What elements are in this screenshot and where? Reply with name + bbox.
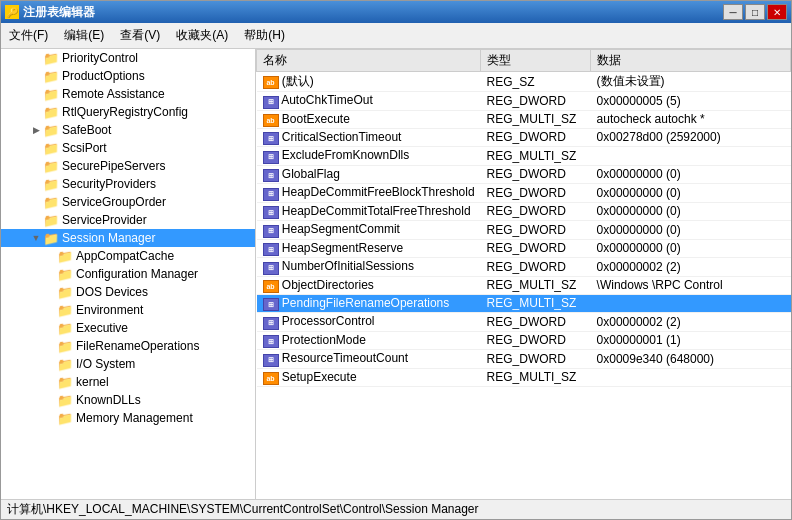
tree-item-10[interactable]: ▼📁Session Manager: [1, 229, 255, 247]
cell-type-11: REG_MULTI_SZ: [481, 276, 591, 294]
tree-item-15[interactable]: 📁Executive: [1, 319, 255, 337]
tree-label-0: PriorityControl: [62, 51, 138, 65]
folder-icon-16: 📁: [57, 339, 73, 354]
col-type[interactable]: 类型: [481, 50, 591, 72]
tree-item-8[interactable]: 📁ServiceGroupOrder: [1, 193, 255, 211]
reg-icon-4: ⊞: [263, 151, 279, 164]
cell-type-6: REG_DWORD: [481, 184, 591, 203]
table-row-12[interactable]: ⊞ PendingFileRenameOperationsREG_MULTI_S…: [257, 294, 791, 313]
maximize-button[interactable]: □: [745, 4, 765, 20]
table-row-2[interactable]: ab BootExecuteREG_MULTI_SZautocheck auto…: [257, 110, 791, 128]
registry-pane[interactable]: 名称 类型 数据 ab (默认)REG_SZ(数值未设置)⊞ AutoChkTi…: [256, 49, 791, 499]
cell-data-6: 0x00000000 (0): [591, 184, 791, 203]
reg-icon-15: ⊞: [263, 354, 279, 367]
expand-btn-4[interactable]: ▶: [29, 121, 43, 139]
cell-data-8: 0x00000000 (0): [591, 221, 791, 240]
table-row-14[interactable]: ⊞ ProtectionModeREG_DWORD0x00000001 (1): [257, 331, 791, 350]
col-data[interactable]: 数据: [591, 50, 791, 72]
tree-item-12[interactable]: 📁Configuration Manager: [1, 265, 255, 283]
tree-item-1[interactable]: 📁ProductOptions: [1, 67, 255, 85]
reg-icon-9: ⊞: [263, 243, 279, 256]
cell-data-9: 0x00000000 (0): [591, 239, 791, 258]
tree-item-13[interactable]: 📁DOS Devices: [1, 283, 255, 301]
main-area: 📁PriorityControl📁ProductOptions📁Remote A…: [1, 49, 791, 499]
table-row-4[interactable]: ⊞ ExcludeFromKnownDllsREG_MULTI_SZ: [257, 147, 791, 166]
cell-data-16: [591, 368, 791, 386]
tree-item-16[interactable]: 📁FileRenameOperations: [1, 337, 255, 355]
tree-label-10: Session Manager: [62, 231, 155, 245]
tree-label-15: Executive: [76, 321, 128, 335]
cell-type-3: REG_DWORD: [481, 128, 591, 147]
tree-pane[interactable]: 📁PriorityControl📁ProductOptions📁Remote A…: [1, 49, 256, 499]
folder-icon-11: 📁: [57, 249, 73, 264]
cell-data-3: 0x00278d00 (2592000): [591, 128, 791, 147]
tree-label-6: SecurePipeServers: [62, 159, 165, 173]
reg-icon-1: ⊞: [263, 96, 279, 109]
table-row-11[interactable]: ab ObjectDirectoriesREG_MULTI_SZ\Windows…: [257, 276, 791, 294]
cell-name-12: ⊞ PendingFileRenameOperations: [257, 294, 481, 313]
expand-btn-10[interactable]: ▼: [29, 229, 43, 247]
reg-icon-16: ab: [263, 372, 279, 385]
table-row-6[interactable]: ⊞ HeapDeCommitFreeBlockThresholdREG_DWOR…: [257, 184, 791, 203]
menu-item-F[interactable]: 文件(F): [1, 25, 56, 46]
tree-item-20[interactable]: 📁Memory Management: [1, 409, 255, 427]
menu-item-A[interactable]: 收藏夹(A): [168, 25, 236, 46]
cell-type-1: REG_DWORD: [481, 92, 591, 111]
cell-name-0: ab (默认): [257, 72, 481, 92]
tree-label-18: kernel: [76, 375, 109, 389]
menu-item-H[interactable]: 帮助(H): [236, 25, 293, 46]
table-row-5[interactable]: ⊞ GlobalFlagREG_DWORD0x00000000 (0): [257, 165, 791, 184]
table-row-0[interactable]: ab (默认)REG_SZ(数值未设置): [257, 72, 791, 92]
folder-icon-4: 📁: [43, 123, 59, 138]
tree-item-7[interactable]: 📁SecurityProviders: [1, 175, 255, 193]
close-button[interactable]: ✕: [767, 4, 787, 20]
table-row-16[interactable]: ab SetupExecuteREG_MULTI_SZ: [257, 368, 791, 386]
tree-item-4[interactable]: ▶📁SafeBoot: [1, 121, 255, 139]
tree-item-19[interactable]: 📁KnownDLLs: [1, 391, 255, 409]
tree-label-3: RtlQueryRegistryConfig: [62, 105, 188, 119]
table-row-9[interactable]: ⊞ HeapSegmentReserveREG_DWORD0x00000000 …: [257, 239, 791, 258]
tree-item-3[interactable]: 📁RtlQueryRegistryConfig: [1, 103, 255, 121]
cell-name-11: ab ObjectDirectories: [257, 276, 481, 294]
tree-label-13: DOS Devices: [76, 285, 148, 299]
table-row-8[interactable]: ⊞ HeapSegmentCommitREG_DWORD0x00000000 (…: [257, 221, 791, 240]
cell-type-9: REG_DWORD: [481, 239, 591, 258]
tree-label-7: SecurityProviders: [62, 177, 156, 191]
cell-name-2: ab BootExecute: [257, 110, 481, 128]
menu-bar: 文件(F)编辑(E)查看(V)收藏夹(A)帮助(H): [1, 23, 791, 49]
tree-item-17[interactable]: 📁I/O System: [1, 355, 255, 373]
table-row-7[interactable]: ⊞ HeapDeCommitTotalFreeThresholdREG_DWOR…: [257, 202, 791, 221]
table-row-15[interactable]: ⊞ ResourceTimeoutCountREG_DWORD0x0009e34…: [257, 350, 791, 369]
tree-label-4: SafeBoot: [62, 123, 111, 137]
minimize-button[interactable]: ─: [723, 4, 743, 20]
table-row-13[interactable]: ⊞ ProcessorControlREG_DWORD0x00000002 (2…: [257, 313, 791, 332]
table-row-10[interactable]: ⊞ NumberOfInitialSessionsREG_DWORD0x0000…: [257, 258, 791, 277]
tree-item-5[interactable]: 📁ScsiPort: [1, 139, 255, 157]
reg-icon-3: ⊞: [263, 132, 279, 145]
reg-icon-13: ⊞: [263, 317, 279, 330]
tree-label-19: KnownDLLs: [76, 393, 141, 407]
tree-item-6[interactable]: 📁SecurePipeServers: [1, 157, 255, 175]
cell-data-10: 0x00000002 (2): [591, 258, 791, 277]
tree-item-18[interactable]: 📁kernel: [1, 373, 255, 391]
menu-item-E[interactable]: 编辑(E): [56, 25, 112, 46]
folder-icon-14: 📁: [57, 303, 73, 318]
title-bar: 🔑 注册表编辑器 ─ □ ✕: [1, 1, 791, 23]
col-name[interactable]: 名称: [257, 50, 481, 72]
tree-item-0[interactable]: 📁PriorityControl: [1, 49, 255, 67]
status-path: 计算机\HKEY_LOCAL_MACHINE\SYSTEM\CurrentCon…: [7, 501, 479, 518]
tree-item-14[interactable]: 📁Environment: [1, 301, 255, 319]
table-row-3[interactable]: ⊞ CriticalSectionTimeoutREG_DWORD0x00278…: [257, 128, 791, 147]
cell-type-12: REG_MULTI_SZ: [481, 294, 591, 313]
cell-type-5: REG_DWORD: [481, 165, 591, 184]
tree-item-11[interactable]: 📁AppCompatCache: [1, 247, 255, 265]
menu-item-V[interactable]: 查看(V): [112, 25, 168, 46]
table-row-1[interactable]: ⊞ AutoChkTimeOutREG_DWORD0x00000005 (5): [257, 92, 791, 111]
folder-icon-20: 📁: [57, 411, 73, 426]
cell-data-15: 0x0009e340 (648000): [591, 350, 791, 369]
tree-item-9[interactable]: 📁ServiceProvider: [1, 211, 255, 229]
cell-name-7: ⊞ HeapDeCommitTotalFreeThreshold: [257, 202, 481, 221]
reg-icon-8: ⊞: [263, 225, 279, 238]
folder-icon-1: 📁: [43, 69, 59, 84]
tree-item-2[interactable]: 📁Remote Assistance: [1, 85, 255, 103]
